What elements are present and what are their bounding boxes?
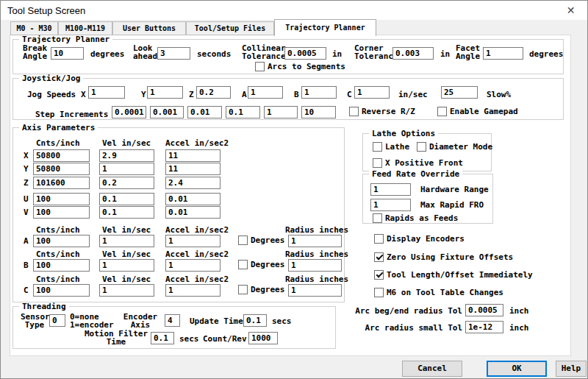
help-button[interactable]: Help — [556, 361, 587, 377]
v-vel-input[interactable] — [99, 206, 154, 219]
threading-group-label: Threading — [19, 302, 69, 311]
threading-group: Threading Sensor Type 0=none 1=encoder E… — [12, 306, 336, 349]
arcs-to-segments-checkbox[interactable] — [255, 62, 265, 71]
lathe-label: Lathe — [385, 142, 409, 152]
y-vel-input[interactable] — [99, 163, 154, 175]
joystick-jog-group: Joystick/Jog Jog Speeds X Y Z A B C in/s… — [12, 78, 564, 120]
tab-m0-m30[interactable]: M0 - M30 — [10, 21, 58, 35]
step-increment-2-input[interactable] — [150, 106, 184, 118]
u-vel-input[interactable] — [99, 193, 154, 205]
b-radius-input[interactable] — [288, 259, 342, 272]
max-rapid-fro-input[interactable] — [370, 199, 411, 211]
jog-speed-c-input[interactable] — [354, 86, 390, 99]
b-degrees-checkbox[interactable] — [238, 260, 248, 269]
rapids-as-feeds-checkbox[interactable] — [373, 213, 382, 223]
close-button[interactable]: ✕ — [554, 1, 587, 20]
update-time-unit: secs — [272, 317, 292, 325]
x-vel-input[interactable] — [99, 149, 154, 162]
reverse-rz-checkbox[interactable] — [349, 107, 359, 116]
c-accel-input[interactable] — [165, 284, 220, 297]
x-positive-front-checkbox[interactable] — [373, 158, 382, 168]
a-radius-input[interactable] — [288, 235, 342, 247]
count-rev-input[interactable] — [248, 332, 278, 344]
jog-speed-a-input[interactable] — [248, 86, 283, 99]
axis-x-label: X — [24, 152, 29, 160]
a-accel-input[interactable] — [165, 235, 220, 247]
b-radius-header: Radius inches — [285, 250, 348, 258]
enable-gamepad-checkbox[interactable] — [437, 107, 447, 116]
sensor-type-input[interactable] — [49, 314, 65, 327]
jog-speed-y-input[interactable] — [147, 86, 183, 99]
axis-z-label: Z — [24, 179, 29, 187]
cancel-button[interactable]: Cancel — [402, 361, 462, 377]
arc-radius-small-tol-input[interactable] — [465, 321, 503, 333]
facet-angle-input[interactable] — [483, 47, 523, 60]
y-cnts-input[interactable] — [33, 163, 90, 175]
collinear-tolerance-input[interactable] — [284, 47, 326, 60]
b-cnts-input[interactable] — [33, 259, 90, 272]
arc-radius-small-tol-unit: inch — [509, 324, 529, 332]
jog-speed-z-input[interactable] — [196, 86, 231, 99]
break-angle-input[interactable] — [51, 47, 84, 60]
z-accel-input[interactable] — [165, 177, 220, 189]
slow-percent-input[interactable] — [441, 86, 478, 99]
u-accel-input[interactable] — [165, 193, 220, 205]
c-degrees-label: Degrees — [251, 285, 284, 294]
jog-speed-x-input[interactable] — [88, 86, 125, 99]
encoder-axis-input[interactable] — [165, 314, 180, 327]
u-cnts-input[interactable] — [33, 193, 90, 205]
hardware-range-input[interactable] — [370, 183, 411, 196]
step-increment-6-input[interactable] — [301, 106, 336, 118]
motion-filter-time-input[interactable] — [151, 332, 174, 344]
corner-tolerance-unit: in — [440, 50, 450, 58]
a-vel-header: Vel in/sec — [102, 226, 151, 234]
zero-using-fixture-offsets-checkbox[interactable] — [374, 252, 384, 262]
c-cnts-input[interactable] — [33, 284, 90, 297]
c-vel-header: Vel in/sec — [102, 275, 151, 283]
encoder-axis-label: Encoder Axis — [122, 313, 159, 329]
update-time-input[interactable] — [243, 314, 267, 327]
z-vel-input[interactable] — [99, 177, 154, 189]
vel-header: Vel in/sec — [102, 139, 151, 147]
c-radius-input[interactable] — [288, 284, 342, 297]
tab-tool-setup-files[interactable]: Tool/Setup Files — [186, 21, 274, 35]
step-increment-5-input[interactable] — [264, 106, 298, 118]
x-accel-input[interactable] — [165, 149, 220, 162]
b-vel-input[interactable] — [99, 259, 154, 272]
x-cnts-input[interactable] — [33, 149, 90, 162]
b-degrees-label: Degrees — [251, 260, 284, 269]
arcs-to-segments-row: Arcs to Segments — [255, 62, 345, 71]
tool-length-offset-immediately-checkbox[interactable] — [374, 270, 384, 280]
z-cnts-input[interactable] — [33, 177, 90, 189]
step-increment-3-input[interactable] — [187, 106, 222, 118]
a-vel-input[interactable] — [99, 235, 154, 247]
c-accel-header: Accel in/sec2 — [165, 275, 229, 283]
look-ahead-input[interactable] — [157, 47, 190, 60]
tab-m100-m119[interactable]: M100-M119 — [58, 21, 112, 35]
tool-length-offset-immediately-label: Tool Length/Offset Immediately — [387, 270, 533, 280]
update-time-label: Update Time — [190, 317, 243, 325]
corner-tolerance-input[interactable] — [392, 47, 434, 60]
v-accel-input[interactable] — [165, 206, 220, 219]
step-increment-1-input[interactable] — [112, 106, 146, 118]
break-angle-unit: degrees — [90, 50, 124, 58]
m6-on-tool-table-changes-checkbox[interactable] — [374, 288, 384, 297]
display-encoders-checkbox[interactable] — [374, 234, 384, 244]
tab-trajectory-planner[interactable]: Trajectory Planner — [274, 19, 376, 36]
arc-beg-end-radius-tol-input[interactable] — [465, 304, 503, 316]
ok-button[interactable]: OK — [487, 361, 547, 377]
a-cnts-input[interactable] — [33, 235, 90, 247]
c-degrees-checkbox[interactable] — [238, 285, 248, 294]
m6-on-tool-table-changes-row: M6 on Tool Table Changes — [374, 288, 503, 297]
reverse-rz-label: Reverse R/Z — [362, 107, 415, 116]
y-accel-input[interactable] — [165, 163, 220, 175]
step-increment-4-input[interactable] — [226, 106, 260, 118]
a-degrees-checkbox[interactable] — [238, 235, 248, 245]
jog-speed-b-input[interactable] — [301, 86, 337, 99]
v-cnts-input[interactable] — [33, 206, 90, 219]
lathe-checkbox[interactable] — [373, 142, 382, 152]
diameter-mode-checkbox[interactable] — [417, 142, 426, 152]
tab-user-buttons[interactable]: User Buttons — [112, 21, 186, 35]
b-accel-input[interactable] — [165, 259, 220, 272]
c-vel-input[interactable] — [99, 284, 154, 297]
